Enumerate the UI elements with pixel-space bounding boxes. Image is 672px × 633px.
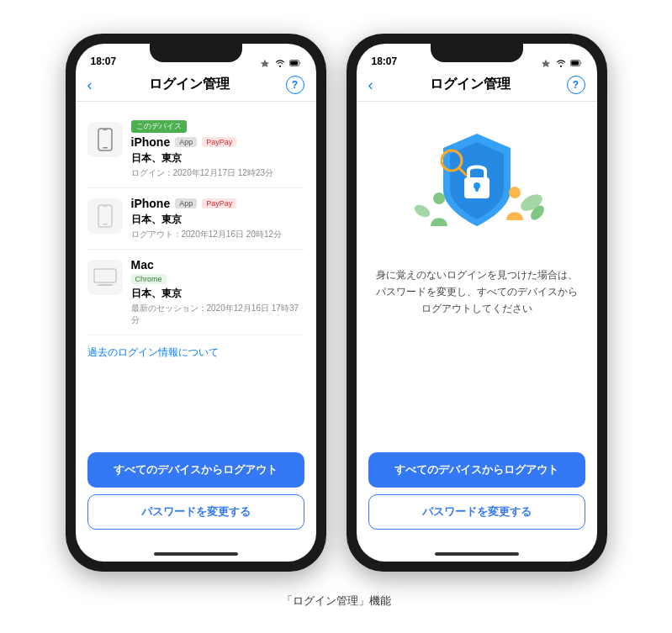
password-button-2[interactable]: パスワードを変更する	[368, 494, 585, 530]
device-item-1: iPhone App PayPay 日本、東京 ログアウト：2020年12月16…	[87, 188, 304, 250]
device-name-1: iPhone	[131, 197, 171, 210]
phone-bottom-2	[357, 546, 597, 562]
badge-app-1: App	[175, 198, 197, 208]
screen-content-1: このデバイス iPhone App PayPay 日本、東京 ログイン：2020…	[76, 102, 316, 562]
badge-app-0: App	[175, 137, 197, 147]
svg-rect-6	[103, 224, 108, 225]
svg-rect-1	[290, 61, 298, 65]
svg-point-16	[433, 193, 445, 204]
back-button-2[interactable]: ‹	[368, 77, 373, 92]
badge-paypay-0: PayPay	[202, 137, 236, 147]
badge-chrome-2: Chrome	[131, 274, 167, 284]
help-button-1[interactable]: ?	[286, 76, 304, 94]
iphone-icon-0	[98, 128, 113, 151]
security-illustration	[393, 119, 561, 253]
bottom-buttons-1: すべてのデバイスからログアウト パスワードを変更する	[76, 444, 316, 546]
device-name-2: Mac	[131, 258, 154, 272]
info-text: 身に覚えのないログインを見つけた場合は、パスワードを変更し、すべてのデバイスから…	[376, 266, 578, 318]
svg-rect-13	[475, 186, 479, 192]
notch-1	[150, 44, 242, 62]
iphone-icon-1	[98, 204, 113, 228]
phone-bottom-1	[76, 546, 316, 562]
notch-2	[431, 44, 523, 62]
device-location-0: 日本、東京	[131, 151, 304, 166]
device-name-badges-2: Mac	[131, 258, 304, 272]
status-icons-2	[540, 59, 582, 67]
screen-content-2: 身に覚えのないログインを見つけた場合は、パスワードを変更し、すべてのデバイスから…	[357, 102, 597, 562]
home-indicator-2	[435, 552, 519, 556]
svg-point-20	[412, 202, 431, 219]
device-icon-1	[87, 198, 123, 234]
device-name-0: iPhone	[131, 135, 171, 149]
device-info-1: iPhone App PayPay 日本、東京 ログアウト：2020年12月16…	[131, 197, 304, 240]
svg-rect-7	[103, 206, 107, 207]
wifi-icon-2	[555, 59, 567, 67]
back-button-1[interactable]: ‹	[87, 77, 93, 92]
device-info-2: Mac Chrome 日本、東京 最新のセッション：2020年12月16日 17…	[131, 258, 304, 326]
phone-1: 18:07	[66, 34, 326, 572]
bottom-buttons-2: すべてのデバイスからログアウト パスワードを変更する	[357, 444, 597, 546]
battery-icon	[289, 59, 301, 67]
help-button-2[interactable]: ?	[567, 76, 585, 94]
logout-button-2[interactable]: すべてのデバイスからログアウト	[368, 452, 585, 488]
device-icon-0	[87, 122, 123, 157]
device-item-0: このデバイス iPhone App PayPay 日本、東京 ログイン：2020…	[87, 112, 304, 188]
device-name-row-0: このデバイス	[131, 120, 304, 133]
badge-paypay-1: PayPay	[202, 198, 236, 208]
device-info-0: このデバイス iPhone App PayPay 日本、東京 ログイン：2020…	[131, 120, 304, 179]
location-icon	[259, 59, 271, 67]
password-button-1[interactable]: パスワードを変更する	[87, 494, 304, 530]
this-device-badge: このデバイス	[131, 120, 187, 133]
home-indicator-1	[154, 552, 238, 556]
svg-rect-8	[94, 269, 116, 282]
device-list: このデバイス iPhone App PayPay 日本、東京 ログイン：2020…	[76, 102, 316, 444]
status-icons-1	[259, 59, 301, 67]
device-name-badges-0: iPhone App PayPay	[131, 135, 304, 149]
status-time-2: 18:07	[372, 55, 398, 67]
nav-bar-2: ‹ ログイン管理 ?	[357, 71, 597, 102]
device-time-1: ログアウト：2020年12月16日 20時12分	[131, 229, 304, 240]
mac-icon	[93, 268, 117, 287]
svg-rect-4	[103, 129, 107, 130]
device-icon-2	[87, 260, 123, 295]
device-time-0: ログイン：2020年12月17日 12時23分	[131, 167, 304, 179]
nav-title-2: ログイン管理	[430, 76, 511, 93]
device-name-badges-1: iPhone App PayPay	[131, 197, 304, 210]
phones-container: 18:07	[49, 8, 624, 580]
svg-rect-3	[103, 147, 108, 149]
wifi-icon	[274, 59, 286, 67]
device-location-1: 日本、東京	[131, 213, 304, 227]
device-item-2: Mac Chrome 日本、東京 最新のセッション：2020年12月16日 17…	[87, 250, 304, 335]
device-location-2: 日本、東京	[131, 287, 304, 301]
svg-point-17	[509, 187, 521, 198]
phone-2: 18:07	[347, 34, 607, 572]
location-icon-2	[540, 59, 552, 67]
svg-rect-10	[571, 61, 579, 65]
past-login-link[interactable]: 過去のログイン情報について	[87, 335, 304, 370]
device-badge-row-2: Chrome	[131, 274, 304, 284]
battery-icon-2	[570, 59, 582, 67]
status-time-1: 18:07	[91, 55, 117, 67]
device-time-2: 最新のセッション：2020年12月16日 17時37分	[131, 303, 304, 326]
info-screen: 身に覚えのないログインを見つけた場合は、パスワードを変更し、すべてのデバイスから…	[357, 102, 597, 444]
nav-bar-1: ‹ ログイン管理 ?	[76, 71, 316, 102]
caption: 「ログイン管理」機能	[282, 593, 391, 625]
logout-button-1[interactable]: すべてのデバイスからログアウト	[87, 452, 304, 488]
nav-title-1: ログイン管理	[149, 76, 230, 93]
